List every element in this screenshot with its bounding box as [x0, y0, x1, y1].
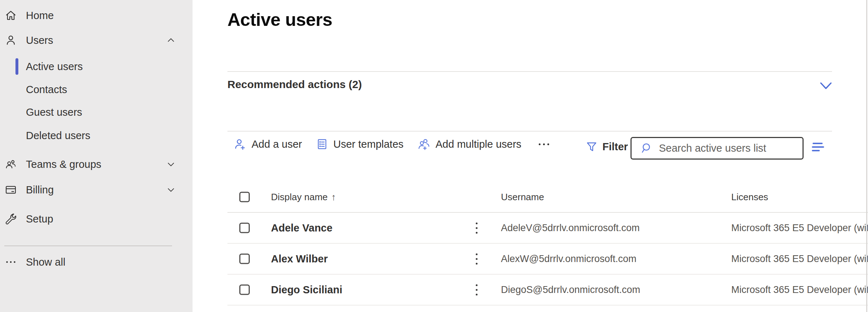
credit-card-icon [4, 183, 18, 197]
table-row[interactable]: Adele Vance AdeleV@5drrlv.onmicrosoft.co… [227, 213, 868, 244]
username-cell: AlexW@5drrlv.onmicrosoft.com [501, 253, 636, 265]
add-user-button[interactable]: Add a user [233, 137, 302, 151]
scrollbar-track[interactable] [866, 0, 867, 312]
filter-label: Filter [602, 141, 628, 153]
m365-admin-active-users-page: Home Users Active users Contacts [0, 0, 868, 312]
table-row[interactable]: Diego Siciliani DiegoS@5drrlv.onmicrosof… [227, 275, 868, 306]
search-icon [639, 141, 653, 156]
row-checkbox[interactable] [239, 254, 250, 264]
table-row[interactable]: Alex Wilber AlexW@5drrlv.onmicrosoft.com… [227, 244, 868, 275]
display-name-cell[interactable]: Adele Vance [271, 222, 333, 234]
search-input[interactable] [659, 142, 797, 154]
display-name-cell[interactable]: Alex Wilber [271, 253, 328, 265]
licenses-cell: Microsoft 365 E5 Developer (withou [731, 222, 868, 234]
add-multiple-users-button[interactable]: Add multiple users [417, 137, 521, 151]
row-checkbox[interactable] [239, 223, 250, 233]
actions-toolbar: Add a user User templates [233, 134, 553, 155]
sidebar-item-deleted-users[interactable]: Deleted users [0, 125, 193, 146]
recommended-actions-header[interactable]: Recommended actions (2) [227, 78, 362, 91]
select-all-checkbox[interactable] [239, 192, 250, 202]
sidebar-item-active-users[interactable]: Active users [0, 56, 193, 77]
ellipsis-icon [539, 143, 541, 145]
sidebar-item-label: Active users [26, 61, 83, 73]
search-box[interactable] [630, 137, 804, 160]
filter-funnel-icon [585, 140, 598, 153]
sidebar-item-label: Billing [26, 184, 54, 196]
sidebar-item-label: Teams & groups [26, 159, 101, 170]
page-title: Active users [227, 9, 332, 30]
display-name-cell[interactable]: Diego Siciliani [271, 284, 342, 296]
sidebar-item-setup[interactable]: Setup [0, 207, 193, 230]
sidebar-item-teams-groups[interactable]: Teams & groups [0, 153, 193, 176]
sidebar-item-label: Users [26, 35, 53, 46]
add-multiple-users-icon [417, 137, 431, 151]
licenses-cell: Microsoft 365 E5 Developer (withou [731, 284, 868, 295]
column-header-username[interactable]: Username [501, 192, 544, 203]
chevron-down-icon[interactable] [818, 80, 833, 92]
filter-button[interactable]: Filter [585, 136, 628, 157]
user-templates-button[interactable]: User templates [316, 138, 403, 151]
chevron-down-icon[interactable] [164, 183, 177, 196]
sidebar-item-billing[interactable]: Billing [0, 178, 193, 201]
column-header-display-name[interactable]: Display name↑ [271, 192, 336, 203]
sidebar-item-label: Deleted users [26, 130, 90, 142]
sidebar-item-home[interactable]: Home [0, 4, 193, 27]
sort-ascending-icon: ↑ [331, 192, 336, 202]
wrench-icon [4, 212, 18, 226]
row-more-actions-button[interactable] [469, 220, 484, 236]
username-cell: AdeleV@5drrlv.onmicrosoft.com [501, 222, 640, 234]
people-icon [4, 157, 18, 171]
sidebar-item-label: Home [26, 10, 54, 22]
sidebar-item-users[interactable]: Users [0, 29, 193, 52]
add-multiple-users-label: Add multiple users [435, 138, 521, 150]
chevron-down-icon[interactable] [164, 158, 177, 171]
ellipsis-icon [4, 255, 18, 269]
add-user-label: Add a user [252, 138, 302, 150]
sidebar-nav: Home Users Active users Contacts [0, 0, 193, 312]
column-header-licenses[interactable]: Licenses [731, 192, 768, 203]
row-checkbox[interactable] [239, 285, 250, 295]
selected-indicator [15, 58, 18, 75]
row-more-actions-button[interactable] [469, 251, 484, 267]
sidebar-item-label: Show all [26, 256, 65, 268]
sidebar-divider [4, 246, 172, 246]
sidebar-item-guest-users[interactable]: Guest users [0, 102, 193, 123]
more-actions-button[interactable] [535, 137, 553, 151]
chevron-up-icon[interactable] [164, 34, 177, 47]
sidebar-item-label: Contacts [26, 84, 67, 96]
username-cell: DiegoS@5drrlv.onmicrosoft.com [501, 284, 640, 295]
home-icon [4, 8, 18, 23]
user-templates-label: User templates [333, 138, 403, 150]
user-templates-icon [316, 138, 329, 151]
section-divider [227, 131, 832, 132]
sidebar-item-contacts[interactable]: Contacts [0, 79, 193, 100]
table-header-row: Display name↑ Username Licenses [227, 182, 868, 213]
section-divider [227, 71, 832, 72]
row-more-actions-button[interactable] [469, 281, 484, 298]
sort-lines-icon[interactable] [811, 142, 826, 154]
person-icon [4, 33, 18, 47]
sidebar-item-label: Guest users [26, 106, 82, 118]
licenses-cell: Microsoft 365 E5 Developer (withou [731, 253, 868, 265]
sidebar-item-label: Setup [26, 213, 53, 225]
sidebar-item-show-all[interactable]: Show all [0, 251, 193, 274]
add-user-icon [233, 137, 247, 151]
